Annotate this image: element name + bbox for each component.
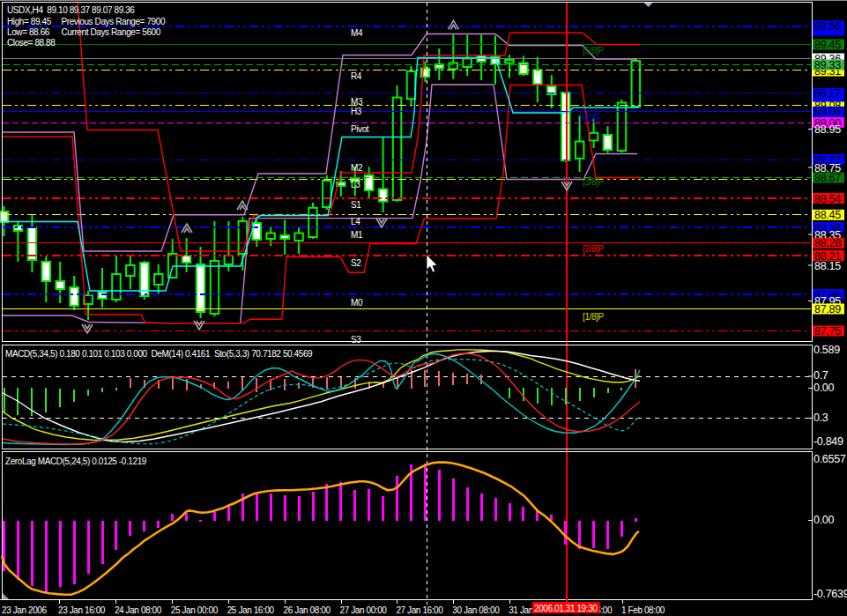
svg-text:L4: L4 — [351, 217, 360, 226]
svg-text:[4/8]P: [4/8]P — [580, 113, 601, 122]
svg-text:27 Jan 16:00: 27 Jan 16:00 — [396, 605, 443, 615]
svg-text:25 Jan 00:00: 25 Jan 00:00 — [171, 605, 219, 615]
svg-text:ZeroLag MACD(5,24,5) 0.0125 -0: ZeroLag MACD(5,24,5) 0.0125 -0.1219 — [5, 456, 147, 466]
svg-text:Current Days Range= 5600: Current Days Range= 5600 — [62, 27, 161, 37]
svg-text:26 Jan 08:00: 26 Jan 08:00 — [284, 605, 331, 615]
svg-text:88.54: 88.54 — [814, 193, 841, 205]
svg-text:89.56: 89.56 — [814, 20, 841, 33]
svg-text:-0.7639: -0.7639 — [814, 588, 847, 600]
svg-text:Pivot: Pivot — [351, 124, 369, 134]
svg-text:23 Jan 2006: 23 Jan 2006 — [2, 605, 47, 615]
svg-text:23 Jan 16:00: 23 Jan 16:00 — [58, 605, 106, 615]
svg-text:S2: S2 — [351, 258, 361, 268]
svg-text:[1/8]P: [1/8]P — [583, 312, 604, 322]
svg-text:2006.01.31 19:30: 2006.01.31 19:30 — [534, 604, 598, 613]
svg-text:Previous Days Range= 7900: Previous Days Range= 7900 — [62, 17, 166, 26]
svg-text:S1: S1 — [351, 200, 361, 210]
svg-text:Low= 88.66: Low= 88.66 — [7, 27, 50, 37]
svg-text:25 Jan 16:00: 25 Jan 16:00 — [227, 605, 275, 615]
svg-text:M3: M3 — [351, 97, 363, 107]
svg-text:89.33: 89.33 — [814, 59, 841, 71]
svg-text:89.17: 89.17 — [814, 87, 841, 100]
svg-text:S3: S3 — [351, 335, 361, 345]
svg-text:88.28: 88.28 — [814, 237, 841, 249]
svg-text:[5/8]P: [5/8]P — [583, 46, 604, 56]
svg-text:[2/8]P: [2/8]P — [583, 244, 604, 254]
svg-text:USDX,H4 89.10 89.37 89.07 89.: USDX,H4 89.10 89.37 89.07 89.36 — [7, 5, 135, 15]
svg-text:L3: L3 — [351, 180, 360, 189]
svg-text:Close= 88.88: Close= 88.88 — [7, 38, 56, 48]
svg-text:M1: M1 — [351, 230, 363, 240]
svg-text:M0: M0 — [351, 298, 363, 308]
svg-text:0.00: 0.00 — [814, 382, 834, 394]
svg-text:[3/8]P: [3/8]P — [583, 177, 604, 187]
svg-text:-0.849: -0.849 — [814, 435, 843, 448]
svg-text:1 Feb 08:00: 1 Feb 08:00 — [621, 605, 665, 615]
svg-text:0.6557: 0.6557 — [814, 453, 846, 465]
svg-text:88.67: 88.67 — [814, 172, 841, 184]
svg-text:R4: R4 — [351, 71, 362, 81]
svg-text:0.00: 0.00 — [814, 514, 834, 526]
svg-text:88.45: 88.45 — [814, 209, 841, 221]
svg-text:89.45: 89.45 — [814, 39, 841, 51]
svg-text:87.89: 87.89 — [814, 303, 841, 315]
svg-text:27 Jan 00:00: 27 Jan 00:00 — [340, 605, 388, 615]
svg-text:24 Jan 08:00: 24 Jan 08:00 — [115, 605, 162, 615]
svg-text:0.3: 0.3 — [814, 412, 828, 424]
svg-text:High= 89.45: High= 89.45 — [7, 17, 52, 26]
svg-text:M2: M2 — [351, 163, 363, 173]
svg-text:MACD(5,34,5) 0.180 0.101 0.103: MACD(5,34,5) 0.180 0.101 0.103 0.000 DeM… — [5, 349, 313, 359]
svg-text:0.7: 0.7 — [814, 369, 828, 382]
svg-text:87.75: 87.75 — [814, 325, 841, 338]
svg-text:88.95: 88.95 — [814, 123, 841, 136]
svg-text:H3: H3 — [351, 107, 362, 116]
svg-text:0.589: 0.589 — [814, 344, 840, 356]
svg-text:M4: M4 — [351, 28, 363, 38]
svg-text:30 Jan 08:00: 30 Jan 08:00 — [452, 605, 500, 615]
svg-text:88.15: 88.15 — [814, 260, 841, 272]
